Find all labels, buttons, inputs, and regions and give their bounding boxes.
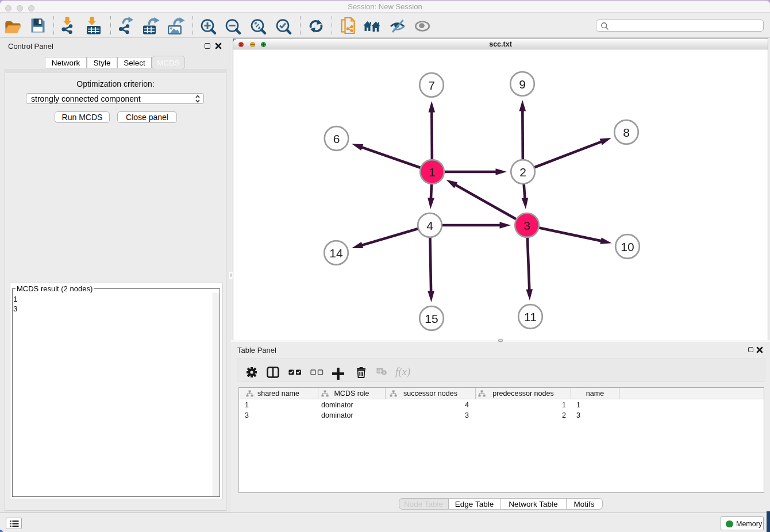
svg-text:15: 15 [425,312,438,325]
svg-text:4: 4 [426,219,433,232]
svg-text:8: 8 [623,126,630,139]
svg-text:3: 3 [523,219,530,232]
svg-text:2: 2 [519,165,526,179]
svg-text:9: 9 [519,78,526,91]
svg-text:1: 1 [429,165,436,179]
svg-text:10: 10 [621,240,634,253]
svg-text:11: 11 [524,310,537,323]
svg-text:14: 14 [329,246,343,260]
svg-text:7: 7 [428,79,435,92]
svg-text:6: 6 [333,132,340,145]
